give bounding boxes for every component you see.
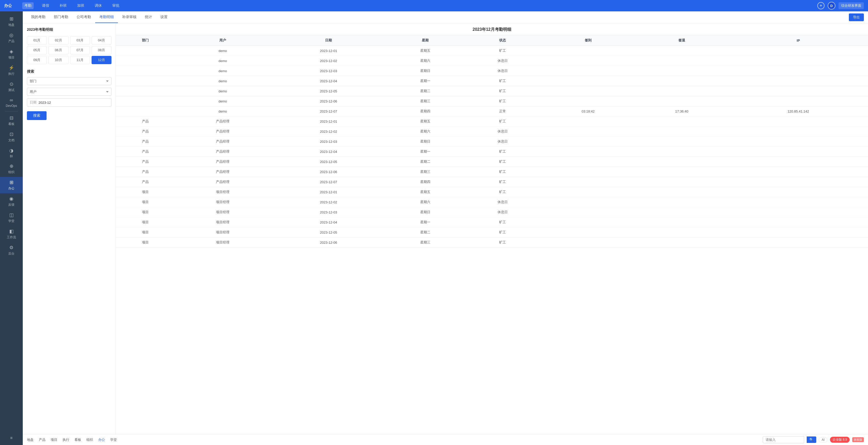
month-12[interactable]: 12月 bbox=[92, 56, 112, 64]
export-button[interactable]: 导出 bbox=[849, 13, 864, 21]
sidebar-item-learning[interactable]: ◫ 学堂 bbox=[0, 210, 23, 226]
sidebar-item-label: 产品 bbox=[8, 39, 14, 43]
date-filter: 日期 bbox=[27, 98, 112, 107]
bottom-item-kanban[interactable]: 看板 bbox=[74, 438, 81, 442]
sidebar-item-devops[interactable]: ∞ DevOps bbox=[0, 95, 23, 110]
bottom-search-button[interactable]: 🔍 bbox=[807, 437, 816, 443]
tab-makeup-audit[interactable]: 补录审核 bbox=[118, 12, 141, 23]
workspace-selector[interactable]: 综合研发界面 bbox=[838, 2, 864, 9]
user-select[interactable]: 用户 bbox=[27, 88, 112, 96]
sidebar-item-docs[interactable]: ⊡ 文档 bbox=[0, 129, 23, 145]
cell-date: 2023-12-04 bbox=[271, 76, 387, 86]
workflow-icon: ◧ bbox=[9, 229, 14, 234]
cell-user: 项目经理 bbox=[175, 207, 271, 217]
cell-user: 产品经理 bbox=[175, 126, 271, 137]
sidebar-item-label: 看板 bbox=[8, 122, 14, 126]
cell-signOut bbox=[635, 76, 728, 86]
sidebar-item-product[interactable]: ◎ 产品 bbox=[0, 30, 23, 46]
sidebar-item-execution[interactable]: ⚡ 执行 bbox=[0, 62, 23, 79]
cell-date: 2023-12-03 bbox=[271, 137, 387, 147]
month-07[interactable]: 07月 bbox=[70, 46, 90, 54]
cell-weekday: 星期四 bbox=[387, 106, 464, 116]
top-nav-items: 考勤 请假 补班 加班 调休 审批 bbox=[22, 2, 817, 9]
sidebar-item-bi[interactable]: ◑ BI bbox=[0, 145, 23, 161]
bottom-item-org[interactable]: 组织 bbox=[86, 438, 93, 442]
tab-settings[interactable]: 设置 bbox=[156, 12, 172, 23]
bottom-item-office[interactable]: 办公 bbox=[98, 438, 105, 442]
tab-attendance-detail[interactable]: 考勤明细 bbox=[95, 12, 118, 23]
month-03[interactable]: 03月 bbox=[70, 36, 90, 44]
bottom-item-dashboard[interactable]: 地盘 bbox=[27, 438, 34, 442]
cell-date: 2023-12-06 bbox=[271, 238, 387, 247]
bottom-item-execution[interactable]: 执行 bbox=[63, 438, 69, 442]
month-08[interactable]: 08月 bbox=[92, 46, 112, 54]
sidebar-item-label: 地盘 bbox=[8, 23, 14, 27]
sidebar-item-office[interactable]: ⊞ 办公 bbox=[0, 177, 23, 193]
bottom-search-input[interactable] bbox=[763, 436, 804, 443]
cell-weekday: 星期五 bbox=[387, 46, 464, 56]
sidebar-item-feedback[interactable]: ◉ 反馈 bbox=[0, 193, 23, 210]
cell-user: 项目经理 bbox=[175, 238, 271, 247]
tab-my-attendance[interactable]: 我的考勤 bbox=[27, 12, 50, 23]
sidebar-item-test[interactable]: ⊙ 测试 bbox=[0, 79, 23, 95]
cell-signIn bbox=[541, 46, 635, 56]
version-badge: 旗舰版 bbox=[852, 437, 864, 442]
cell-signIn bbox=[541, 217, 635, 228]
cell-signOut bbox=[635, 238, 728, 247]
tab-stats[interactable]: 统计 bbox=[141, 12, 156, 23]
search-button[interactable]: 搜索 bbox=[27, 111, 46, 120]
month-05[interactable]: 05月 bbox=[27, 46, 47, 54]
sidebar-item-admin[interactable]: ⚙ 后台 bbox=[0, 242, 23, 259]
month-11[interactable]: 11月 bbox=[70, 56, 90, 64]
sidebar-item-dashboard[interactable]: ⊞ 地盘 bbox=[0, 13, 23, 30]
month-09[interactable]: 09月 bbox=[27, 56, 47, 64]
month-02[interactable]: 02月 bbox=[49, 36, 68, 44]
nav-item-makeup[interactable]: 补班 bbox=[57, 2, 69, 9]
enterprise-badge[interactable]: 企业版 8.9 bbox=[830, 437, 850, 443]
cell-ip bbox=[728, 157, 868, 167]
sidebar-item-org[interactable]: ⊕ 组织 bbox=[0, 161, 23, 177]
cell-signIn bbox=[541, 228, 635, 238]
date-input[interactable] bbox=[38, 101, 108, 105]
tab-dept-attendance[interactable]: 部门考勤 bbox=[50, 12, 72, 23]
sidebar-item-workflow[interactable]: ◧ 工作流 bbox=[0, 226, 23, 242]
nav-item-approval[interactable]: 审批 bbox=[110, 2, 122, 9]
cell-ip: 120.85.41.142 bbox=[728, 106, 868, 116]
table-row: 产品产品经理2023-12-01星期五旷工 bbox=[116, 116, 868, 126]
cell-signOut bbox=[635, 86, 728, 96]
user-avatar[interactable]: D bbox=[828, 2, 835, 9]
sidebar-bottom: ≡ bbox=[0, 433, 23, 443]
nav-item-attendance[interactable]: 考勤 bbox=[22, 2, 34, 9]
cell-weekday: 星期三 bbox=[387, 167, 464, 177]
cell-dept: 产品 bbox=[116, 137, 175, 147]
bottom-item-product[interactable]: 产品 bbox=[39, 438, 45, 442]
month-06[interactable]: 06月 bbox=[49, 46, 68, 54]
col-signout: 签退 bbox=[635, 35, 728, 46]
sidebar-item-kanban[interactable]: ⊟ 看板 bbox=[0, 113, 23, 129]
cell-ip bbox=[728, 76, 868, 86]
add-button[interactable]: + bbox=[817, 2, 825, 9]
month-04[interactable]: 04月 bbox=[92, 36, 112, 44]
cell-dept bbox=[116, 86, 175, 96]
nav-item-shift[interactable]: 调休 bbox=[93, 2, 104, 9]
nav-item-leave[interactable]: 请假 bbox=[40, 2, 51, 9]
office-icon: ⊞ bbox=[9, 180, 13, 185]
bottom-item-project[interactable]: 项目 bbox=[51, 438, 57, 442]
cell-signIn bbox=[541, 96, 635, 106]
month-10[interactable]: 10月 bbox=[49, 56, 68, 64]
cell-weekday: 星期一 bbox=[387, 217, 464, 228]
dept-select[interactable]: 部门 bbox=[27, 77, 112, 85]
sidebar-item-project[interactable]: ◈ 项目 bbox=[0, 46, 23, 62]
cell-user: 项目经理 bbox=[175, 228, 271, 238]
cell-date: 2023-12-06 bbox=[271, 167, 387, 177]
tab-company-attendance[interactable]: 公司考勤 bbox=[72, 12, 95, 23]
main-layout: ⊞ 地盘 ◎ 产品 ◈ 项目 ⚡ 执行 ⊙ 测试 ∞ DevOps ⊟ 看板 ⊡ bbox=[0, 11, 868, 445]
tab-right-actions: 导出 bbox=[849, 13, 864, 21]
month-01[interactable]: 01月 bbox=[27, 36, 47, 44]
menu-toggle-icon[interactable]: ≡ bbox=[0, 433, 23, 443]
cell-user: 产品经理 bbox=[175, 167, 271, 177]
cell-dept: 产品 bbox=[116, 116, 175, 126]
bottom-item-learning[interactable]: 学堂 bbox=[110, 438, 117, 442]
ai-badge[interactable]: AI bbox=[819, 437, 827, 443]
nav-item-overtime[interactable]: 加班 bbox=[75, 2, 86, 9]
